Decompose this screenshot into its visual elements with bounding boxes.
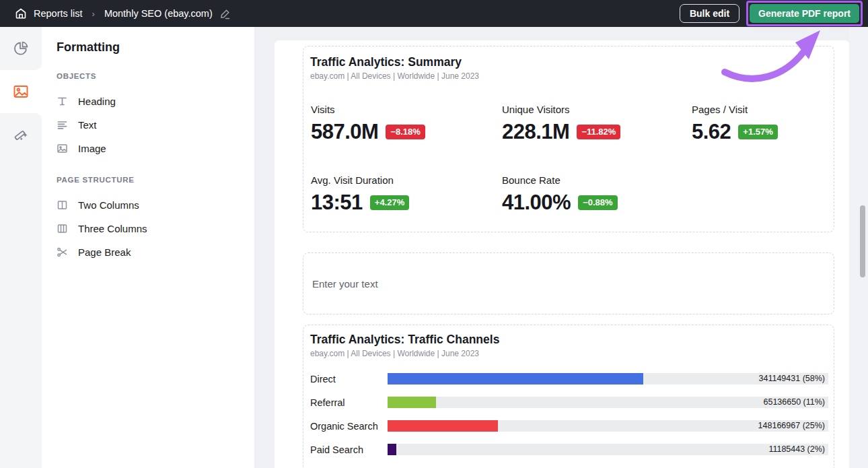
panel-item-label: Three Columns bbox=[78, 223, 147, 234]
bar-track: 11185443 (2%) bbox=[388, 444, 828, 455]
breadcrumb: Reports list › Monthly SEO (ebay.com) bbox=[15, 7, 231, 20]
edit-pencil-icon[interactable] bbox=[219, 8, 231, 20]
generate-pdf-highlight-frame: Generate PDF report bbox=[746, 1, 863, 26]
widget-title: Traffic Analytics: Summary bbox=[310, 55, 828, 69]
main-layout: Formatting OBJECTS Heading Text bbox=[0, 27, 868, 468]
bar-paid-search bbox=[388, 444, 396, 455]
metric-change-badge: −0.88% bbox=[578, 195, 617, 210]
metric-change-badge: +1.57% bbox=[738, 125, 777, 139]
chevron-right-icon: › bbox=[92, 9, 95, 19]
image-icon bbox=[57, 143, 68, 154]
formatting-panel: Formatting OBJECTS Heading Text bbox=[42, 27, 254, 468]
widget-traffic-channels[interactable]: Traffic Analytics: Traffic Channels ebay… bbox=[303, 325, 834, 468]
panel-item-page-break[interactable]: Page Break bbox=[57, 240, 238, 264]
panel-title: Formatting bbox=[57, 40, 238, 55]
metric-pages-per-visit: Pages / Visit 5.62 +1.57% bbox=[692, 104, 828, 144]
metric-bounce-rate: Bounce Rate 41.00% −0.88% bbox=[502, 174, 692, 215]
panel-item-three-columns[interactable]: Three Columns bbox=[57, 217, 238, 240]
widget-text-block[interactable]: Enter your text bbox=[303, 253, 834, 314]
bar-category-label: Paid Search bbox=[310, 444, 388, 455]
panel-item-two-columns[interactable]: Two Columns bbox=[57, 193, 238, 217]
image-icon bbox=[12, 83, 30, 100]
bar-direct bbox=[388, 373, 643, 385]
metric-change-badge: −8.18% bbox=[386, 125, 425, 139]
two-columns-icon bbox=[57, 199, 68, 211]
panel-item-label: Two Columns bbox=[78, 199, 139, 211]
home-icon[interactable] bbox=[15, 7, 27, 20]
metric-label: Avg. Visit Duration bbox=[311, 174, 502, 186]
bar-category-label: Referral bbox=[310, 397, 388, 408]
breadcrumb-report-name: Monthly SEO (ebay.com) bbox=[104, 8, 213, 19]
panel-item-text[interactable]: Text bbox=[57, 113, 238, 137]
panel-item-heading[interactable]: Heading bbox=[57, 90, 238, 113]
widget-subtitle: ebay.com | All Devices | Worldwide | Jun… bbox=[310, 349, 828, 358]
metric-value: 587.0M bbox=[311, 120, 378, 144]
report-page: Traffic Analytics: Summary ebay.com | Al… bbox=[275, 40, 849, 468]
bar-category-label: Direct bbox=[310, 374, 388, 385]
top-bar: Reports list › Monthly SEO (ebay.com) Bu… bbox=[0, 0, 868, 27]
metric-label: Bounce Rate bbox=[502, 174, 692, 186]
metric-label: Visits bbox=[311, 104, 502, 115]
bar-track: 65136650 (11%) bbox=[388, 397, 828, 408]
bar-track: 341149431 (58%) bbox=[388, 373, 828, 385]
section-label-page-structure: PAGE STRUCTURE bbox=[57, 176, 238, 184]
metric-value: 5.62 bbox=[692, 120, 731, 144]
magic-wand-icon bbox=[12, 125, 30, 143]
panel-item-label: Page Break bbox=[78, 246, 131, 258]
bar-row-organic-search: Organic Search 148166967 (25%) bbox=[310, 420, 828, 432]
bar-referral bbox=[388, 397, 436, 408]
pie-chart-icon bbox=[12, 40, 30, 57]
scrollbar-track[interactable] bbox=[849, 27, 868, 468]
bar-category-label: Organic Search bbox=[310, 421, 388, 432]
three-columns-icon bbox=[57, 223, 68, 234]
summary-metrics: Visits 587.0M −8.18% Unique Visitors 228… bbox=[310, 104, 828, 215]
metric-value: 228.1M bbox=[502, 120, 569, 144]
text-lines-icon bbox=[57, 119, 68, 131]
panel-item-label: Image bbox=[78, 143, 106, 154]
bar-value-label: 11185443 (2%) bbox=[768, 444, 825, 455]
panel-item-image[interactable]: Image bbox=[57, 137, 238, 160]
metric-unique-visitors: Unique Visitors 228.1M −11.82% bbox=[502, 104, 692, 144]
metric-change-badge: −11.82% bbox=[577, 125, 620, 139]
metric-label: Unique Visitors bbox=[502, 104, 692, 115]
bar-row-direct: Direct 341149431 (58%) bbox=[310, 373, 828, 385]
metric-value: 13:51 bbox=[311, 191, 363, 215]
report-canvas: Traffic Analytics: Summary ebay.com | Al… bbox=[254, 27, 868, 468]
scrollbar-thumb[interactable] bbox=[860, 205, 865, 277]
bar-organic-search bbox=[388, 420, 498, 432]
bulk-edit-button[interactable]: Bulk edit bbox=[680, 4, 739, 23]
tool-rail bbox=[0, 27, 42, 468]
bar-row-paid-search: Paid Search 11185443 (2%) bbox=[310, 444, 828, 455]
panel-item-label: Text bbox=[78, 119, 97, 131]
metric-label: Pages / Visit bbox=[692, 104, 828, 115]
channels-bar-chart: Direct 341149431 (58%) Referral 65136650… bbox=[310, 373, 828, 455]
rail-tab-design[interactable] bbox=[0, 113, 42, 468]
metric-value: 41.00% bbox=[502, 191, 571, 215]
widget-title: Traffic Analytics: Traffic Channels bbox=[310, 333, 828, 347]
metric-change-badge: +4.27% bbox=[370, 195, 409, 210]
rail-tab-formatting[interactable] bbox=[0, 70, 42, 113]
generate-pdf-report-button[interactable]: Generate PDF report bbox=[750, 4, 859, 23]
panel-item-label: Heading bbox=[78, 96, 116, 107]
scissors-icon bbox=[57, 246, 68, 258]
topbar-actions: Bulk edit Generate PDF report bbox=[680, 1, 863, 26]
widget-traffic-summary[interactable]: Traffic Analytics: Summary ebay.com | Al… bbox=[303, 46, 834, 232]
text-block-placeholder: Enter your text bbox=[312, 278, 378, 290]
bar-value-label: 65136650 (11%) bbox=[763, 397, 825, 408]
bar-track: 148166967 (25%) bbox=[388, 420, 828, 432]
breadcrumb-reports-list[interactable]: Reports list bbox=[34, 8, 83, 19]
bar-value-label: 341149431 (58%) bbox=[759, 373, 825, 385]
section-label-objects: OBJECTS bbox=[57, 72, 238, 80]
bar-value-label: 148166967 (25%) bbox=[758, 420, 825, 432]
metric-avg-visit-duration: Avg. Visit Duration 13:51 +4.27% bbox=[311, 174, 502, 215]
rail-tab-widgets[interactable] bbox=[0, 27, 42, 70]
metric-visits: Visits 587.0M −8.18% bbox=[311, 104, 502, 144]
bar-row-referral: Referral 65136650 (11%) bbox=[310, 397, 828, 408]
widget-subtitle: ebay.com | All Devices | Worldwide | Jun… bbox=[310, 71, 828, 81]
heading-icon bbox=[57, 96, 68, 107]
